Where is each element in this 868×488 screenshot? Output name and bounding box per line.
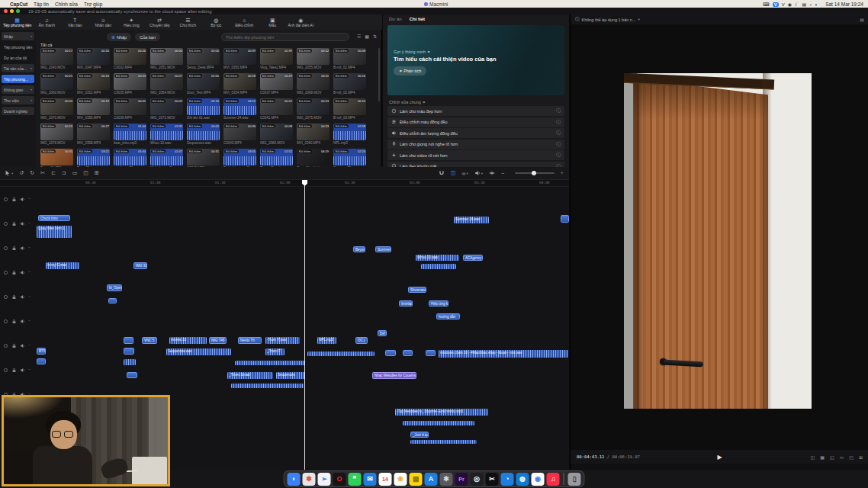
media-thumbnail[interactable]: Đã thêm00:29C0037.MP4 [260,73,293,95]
media-thumbnail[interactable]: Đã thêm00:13IMG_2075.MOV [297,98,330,120]
speaker-icon[interactable] [20,240,25,254]
timeline-clip[interactable]: mixdown chain 20 - #MauNhac ebay - Đoạn … [439,350,568,358]
thumbnail-image[interactable]: Đã thêm00:33 [114,73,146,90]
thumbnail-image[interactable]: Đã thêm06:19 [297,149,330,165]
screen-recording-indicator[interactable]: Macmini [424,0,448,8]
thumbnail-image[interactable]: Đã thêm00:29 [260,73,293,90]
undo-icon[interactable]: ↺ [19,170,24,176]
speaker-icon[interactable] [20,265,25,278]
thumbnail-image[interactable]: Đã thêm03:05 [223,149,256,165]
lock-icon[interactable] [11,313,17,327]
media-thumbnail[interactable]: Đã thêm00:41C0039.MP4 [114,98,146,120]
timeline-clip[interactable]: Whoo 10.wav [416,255,459,261]
timeline-clip[interactable]: _Times Emad [227,372,273,379]
speaker-icon[interactable] [20,338,25,352]
lock-icon[interactable] [11,362,17,376]
media-thumbnail[interactable]: Đã thêm00:26C0032.MP4 [114,48,146,69]
timeline-clip[interactable]: Chuck intro [38,215,70,221]
messages-icon[interactable]: ❞ [349,473,362,486]
media-thumbnail[interactable]: Đã thêm00:23MVI_0360.MP4 [297,124,330,145]
suggestion-speaker[interactable]: Điều chỉnh âm lượng đồng đềuⓘ [387,128,564,138]
finder-icon[interactable]: ◗ [288,473,301,486]
timeline-clip[interactable]: Sequences.wav [166,348,231,355]
zoom-window-button[interactable] [16,9,20,13]
media-scrollbar[interactable] [378,48,380,101]
menu-item-capcut[interactable]: CapCut [10,2,27,7]
media-thumbnail[interactable]: Đã thêm00:18MVI_0354.MP4 [223,73,256,95]
thumbnail-image[interactable]: Đã thêm05:44 [114,149,146,165]
thumbnail-image[interactable]: Đã thêm00:21 [40,73,73,90]
lock-icon[interactable] [11,338,17,352]
timeline-clip[interactable]: ACAgency [463,255,483,261]
subtitle-safe-icon[interactable]: ▭ [840,454,844,460]
thumbnail-image[interactable]: Đã thêm01:44 [114,124,146,140]
sidebar-item-t-p-ph-ng-ti-n[interactable]: Tệp phương tiện [2,43,34,51]
toolbar-tab-chuyển-tiếp[interactable]: ⇄Chuyển tiếp [146,15,172,29]
media-thumbnail[interactable]: Đã thêm00:09IMG_2072.MOV [150,98,183,120]
play-button[interactable]: ▶ [717,454,722,461]
media-thumbnail[interactable]: Đã thêm00:17IMG_2043.MOV [40,48,73,69]
mail-icon[interactable]: ✉ [364,473,377,486]
obs-icon[interactable]: ◎ [471,473,484,486]
media-thumbnail[interactable]: Đã thêm00:10B-roll_03.MP4 [333,98,366,120]
yours-button[interactable]: Của bạn [135,33,160,41]
timeline-clip[interactable] [124,337,133,344]
toolbar-tab-mẫu[interactable]: ▣Mẫu [259,15,285,29]
menu-item-trợ-giúp[interactable]: Trợ giúp [84,2,102,7]
circle-icon[interactable] [3,216,8,230]
suggestion-sliders[interactable]: Điều chỉnh màu đồng đềuⓘ [387,117,564,127]
timeline-clip[interactable]: Showcase [408,287,426,293]
toolbar-tab-nhãn-dán[interactable]: ☺Nhãn dán [90,15,116,29]
warning-text[interactable]: Không thể áp dụng 1 bản n... [582,18,636,22]
split-icon[interactable]: ✂ [40,170,45,176]
zoom-out-icon[interactable]: − [501,171,504,176]
mirror-preview-icon[interactable]: ◫ [811,454,815,460]
media-thumbnail[interactable]: Đã thêm00:27MVI_0358.MP4 [77,124,110,145]
timeline-clip[interactable]: hướng dẫn [436,313,460,319]
trash-icon[interactable]: ▯ [568,473,581,486]
toolbar-tab-âm-thanh[interactable]: ♫Âm thanh [34,15,59,29]
media-thumbnail[interactable]: Đã thêm05:00Setup_Desk.MP4 [187,48,220,69]
toolbar-tab-chú-thích[interactable]: ☰Chú thích [175,15,201,29]
timeline-clip[interactable] [108,298,117,303]
toolbar-tab-văn-bản[interactable]: TVăn bản [62,15,88,29]
media-thumbnail[interactable]: Đã thêm00:24IMG_2070.MOV [40,98,73,120]
suggestion-palette[interactable]: Làm cho màu đẹp hơnⓘ [387,106,564,116]
media-thumbnail[interactable]: Đã thêm00:11IMG_2068.MOV [297,73,330,95]
speaker-icon[interactable] [20,289,25,303]
thumbnail-image[interactable]: Đã thêm01:05 [187,73,220,90]
keyboard-icon[interactable]: ⌨ [763,2,770,7]
media-thumbnail[interactable]: Đã thêm00:07IMG_2064.MOV [150,73,183,95]
media-thumbnail[interactable]: Đã thêm01:05Door_Test.MP4 [187,73,220,95]
lock-icon[interactable] [11,191,17,205]
calendar-icon[interactable]: 14 [379,473,392,486]
thumbnail-image[interactable]: Đã thêm00:31 [187,149,220,165]
moon-icon[interactable]: ☾ [795,2,799,7]
media-thumbnail[interactable]: Đã thêm00:22C0041.MP4 [260,98,293,120]
fullscreen-icon[interactable]: ⊞ [859,454,863,460]
media-thumbnail[interactable]: Đã thêm00:33C0035.MP4 [114,73,146,95]
media-thumbnail[interactable]: Đã thêm03:12Summer 24.wav [223,98,256,120]
sidebar-item-t-i-s-n-c-a-[interactable]: Tài sản của...▾ [2,64,34,72]
thumbnail-image[interactable]: Đã thêm02:31 [150,124,183,140]
capcut-icon[interactable]: ✂ [486,473,499,486]
timeline-clip[interactable]: Quay Màn hình 1 [37,226,72,238]
zoom-knob[interactable] [532,171,536,175]
notes-icon[interactable]: ▤ [410,473,423,486]
media-thumbnail[interactable]: Đã thêm00:16B-roll_02.MP4 [333,73,366,95]
track-collapse[interactable]: ‒ [28,294,31,298]
delete-left-icon[interactable]: ⊏ [51,170,56,176]
thumbnail-image[interactable]: Đã thêm00:08 [260,124,293,140]
close-window-button[interactable] [4,9,8,13]
thumbnail-image[interactable]: Đã thêm00:10 [333,98,366,115]
thumbnail-image[interactable]: Đã thêm05:00 [187,48,220,65]
thumbnail-image[interactable]: Đã thêm00:09 [150,98,183,115]
redo-icon[interactable]: ↻ [30,170,34,176]
timeline-clip[interactable] [410,440,477,444]
thumbnail-image[interactable]: Đã thêm02:58 [333,124,366,140]
timeline-clip[interactable] [231,384,304,388]
info-icon[interactable]: ⓘ [556,119,561,126]
split-screen-icon[interactable]: ▦ [820,454,825,460]
circle-icon[interactable] [3,362,8,376]
track-collapse[interactable]: ‒ [28,342,31,347]
